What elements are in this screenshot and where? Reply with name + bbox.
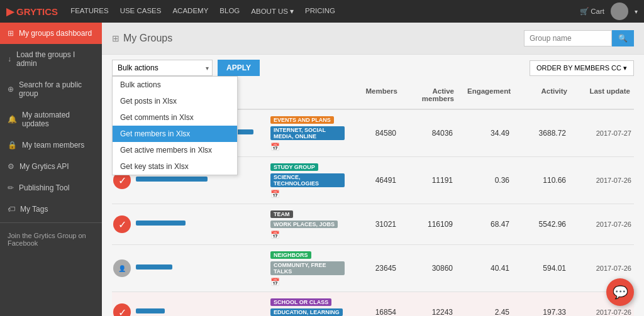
th-last-update: Last update	[571, 85, 634, 105]
nav-about-us[interactable]: ABOUT US ▾	[251, 7, 294, 16]
row-3-tags: TEAM WORK PLACES, JOBS 📅	[270, 210, 345, 239]
page-title-text: My Groups	[123, 33, 172, 44]
sidebar-label-my-tags: My Tags	[20, 205, 48, 214]
sidebar-label-publishing-tool: Publishing Tool	[19, 183, 70, 192]
row-4-check-circle[interactable]: 👤	[113, 259, 131, 277]
row-1-tags: EVENTS AND PLANS INTERNET, SOCIAL MEDIA,…	[270, 116, 345, 151]
th-active-members: Active members	[401, 85, 458, 105]
topnav-right: 🛒 Cart ▾	[580, 3, 638, 20]
table-row: ✓ SCHOOL OR CLASS EDUCATION, LEARNING 📅 …	[112, 292, 634, 316]
row-5-activity: 197.33	[514, 308, 571, 316]
sidebar: ⊞ My groups dashboard ↓ Load the groups …	[0, 23, 102, 316]
logo[interactable]: ▶ GRYTICS	[6, 6, 58, 18]
row-5-active-members: 12243	[401, 308, 458, 316]
search-button[interactable]: 🔍	[612, 30, 634, 46]
row-5: ✓ SCHOOL OR CLASS EDUCATION, LEARNING 📅 …	[112, 297, 634, 316]
dropdown-item-get-members[interactable]: Get members in Xlsx	[113, 126, 237, 142]
row-4: 👤 NEIGHBORS COMMUNITY, FREE TALKS 📅 2364…	[112, 250, 634, 286]
load-icon: ↓	[8, 55, 11, 63]
row-4-checkbox[interactable]: 👤	[112, 259, 132, 277]
nav-academy[interactable]: ACADEMY	[172, 7, 208, 16]
sidebar-item-automated-updates[interactable]: 🔔 My automated updates	[0, 104, 102, 134]
order-by-button[interactable]: ORDER BY MEMBERS CC ▾	[530, 60, 634, 76]
row-3-engagement: 68.47	[458, 220, 514, 229]
sidebar-item-team-members[interactable]: 🔒 My team members	[0, 134, 102, 156]
calendar-icon-4[interactable]: 📅	[270, 278, 280, 286]
row-1-active-members: 84036	[401, 129, 458, 138]
row-3-activity: 5542.96	[514, 220, 571, 229]
dropdown-item-get-key-stats[interactable]: Get key stats in Xlsx	[113, 158, 237, 175]
row-4-active-members: 30860	[401, 264, 458, 273]
tag-school[interactable]: SCHOOL OR CLASS	[270, 298, 331, 306]
row-1-activity: 3688.72	[514, 129, 571, 138]
row-3-check-circle[interactable]: ✓	[113, 215, 131, 233]
row-4-name	[132, 264, 270, 272]
calendar-icon-3[interactable]: 📅	[270, 231, 280, 239]
th-engagement: Engagement	[458, 85, 514, 105]
row-5-members: 16854	[345, 308, 401, 316]
row-4-bar	[136, 264, 172, 270]
row-3-checkbox[interactable]: ✓	[112, 215, 132, 233]
row-5-name	[132, 308, 270, 316]
tag-community[interactable]: COMMUNITY, FREE TALKS	[270, 261, 345, 275]
apply-button[interactable]: APPLY	[218, 60, 260, 76]
sidebar-item-my-groups-dashboard[interactable]: ⊞ My groups dashboard	[0, 23, 102, 44]
row-4-last-update: 2017-07-26	[571, 264, 634, 272]
sidebar-item-search-public[interactable]: ⊕ Search for a public group	[0, 74, 102, 104]
avatar[interactable]	[611, 3, 628, 20]
nav-use-cases[interactable]: USE CASES	[120, 7, 162, 16]
sidebar-item-publishing-tool[interactable]: ✏ Publishing Tool	[0, 177, 102, 199]
tag-internet-social[interactable]: INTERNET, SOCIAL MEDIA, ONLINE	[270, 126, 345, 140]
edit-icon: ✏	[8, 183, 14, 192]
bulk-actions-dropdown: Bulk actions Get posts in Xlsx Get comme…	[112, 76, 238, 175]
row-2-members: 46491	[345, 176, 401, 185]
bell-icon: 🔔	[8, 115, 17, 124]
tag-events-and-plans[interactable]: EVENTS AND PLANS	[270, 116, 334, 124]
tag-neighbors[interactable]: NEIGHBORS	[270, 251, 311, 259]
search-input[interactable]	[524, 30, 612, 46]
tag-education[interactable]: EDUCATION, LEARNING	[270, 308, 343, 316]
dropdown-item-get-posts[interactable]: Get posts in Xlsx	[113, 93, 237, 109]
calendar-icon-2[interactable]: 📅	[270, 190, 280, 199]
main-layout: ⊞ My groups dashboard ↓ Load the groups …	[0, 23, 644, 316]
nav-features[interactable]: FEATURES	[70, 7, 109, 16]
table-row: ✓ TEAM WORK PLACES, JOBS 📅 31021 116109 …	[112, 204, 634, 245]
fab-chat-button[interactable]: 💬	[606, 278, 634, 306]
row-4-tags: NEIGHBORS COMMUNITY, FREE TALKS 📅	[270, 251, 345, 286]
row-2-bar	[136, 177, 208, 182]
row-5-checkbox[interactable]: ✓	[112, 303, 132, 316]
sidebar-divider	[0, 222, 102, 223]
sidebar-item-grytics-api[interactable]: ⚙ My Grytics API	[0, 156, 102, 177]
user-dropdown-arrow[interactable]: ▾	[635, 8, 638, 15]
api-icon: ⚙	[8, 162, 14, 171]
dropdown-item-get-active-members[interactable]: Get active members in Xlsx	[113, 142, 237, 158]
row-3-last-update: 2017-07-26	[571, 221, 634, 228]
top-navigation: ▶ GRYTICS FEATURES USE CASES ACADEMY BLO…	[0, 0, 644, 23]
row-2-activity: 110.66	[514, 176, 571, 185]
calendar-icon-1[interactable]: 📅	[270, 143, 280, 151]
sidebar-join-facebook[interactable]: Join the Grytics Group on Facebook	[0, 226, 102, 253]
row-1-engagement: 34.49	[458, 129, 514, 138]
nav-pricing[interactable]: PRICING	[305, 7, 335, 16]
sidebar-label-my-groups-dashboard: My groups dashboard	[19, 29, 92, 38]
row-1-members: 84580	[345, 129, 401, 138]
main-content: ⊞ My Groups 🔍 Bulk actionsGet posts in X…	[102, 23, 644, 316]
dropdown-item-get-comments[interactable]: Get comments in Xlsx	[113, 109, 237, 126]
sidebar-item-load-groups[interactable]: ↓ Load the groups I admin	[0, 44, 102, 74]
tag-team[interactable]: TEAM	[270, 210, 293, 218]
row-3-members: 31021	[345, 220, 401, 229]
sidebar-item-my-tags[interactable]: 🏷 My Tags	[0, 199, 102, 220]
cart-link[interactable]: 🛒 Cart	[580, 7, 604, 16]
dropdown-item-bulk-actions[interactable]: Bulk actions	[113, 77, 237, 93]
bulk-actions-select[interactable]: Bulk actionsGet posts in XlsxGet comment…	[112, 60, 213, 76]
tag-work-places[interactable]: WORK PLACES, JOBS	[270, 221, 338, 228]
row-3-name	[132, 221, 270, 228]
tag-study-group[interactable]: STUDY GROUP	[270, 163, 318, 171]
row-5-check-circle[interactable]: ✓	[113, 303, 131, 316]
nav-blog[interactable]: BLOG	[219, 7, 240, 16]
row-5-engagement: 2.45	[458, 308, 514, 316]
th-tags	[270, 85, 345, 105]
search-icon: ⊕	[8, 85, 14, 94]
tag-science[interactable]: SCIENCE, TECHNOLOGIES	[270, 173, 345, 187]
nav-links: FEATURES USE CASES ACADEMY BLOG ABOUT US…	[70, 7, 580, 16]
